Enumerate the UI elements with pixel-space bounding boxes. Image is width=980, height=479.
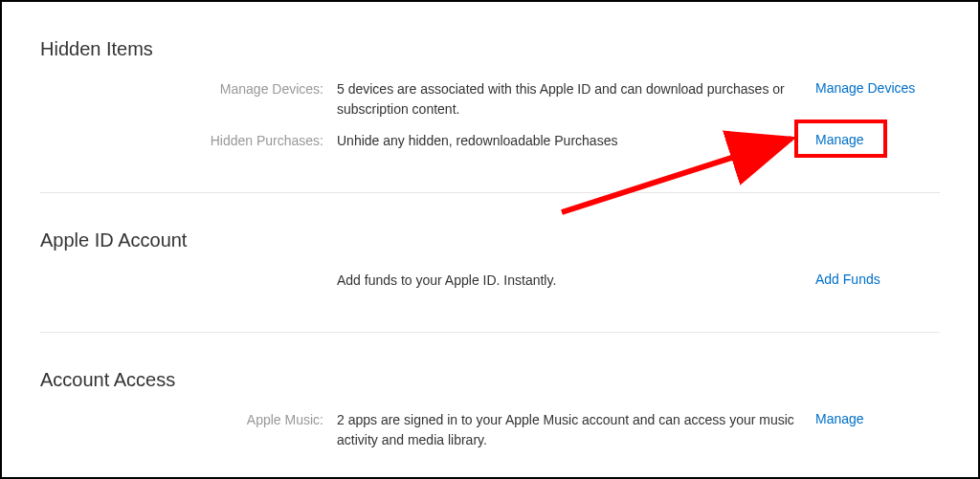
section-apple-id-account: Apple ID Account Add funds to your Apple…: [40, 192, 940, 332]
section-hidden-items: Hidden Items Manage Devices: 5 devices a…: [40, 2, 940, 192]
row-hidden-purchases: Hidden Purchases: Unhide any hidden, red…: [40, 131, 940, 154]
manage-apple-music-link[interactable]: Manage: [815, 411, 864, 426]
value-hidden-purchases: Unhide any hidden, redownloadable Purcha…: [337, 131, 815, 151]
row-add-funds: Add funds to your Apple ID. Instantly. A…: [40, 271, 940, 294]
row-manage-devices: Manage Devices: 5 devices are associated…: [40, 79, 940, 120]
label-apple-music: Apple Music:: [40, 410, 337, 430]
label-hidden-purchases: Hidden Purchases:: [40, 131, 337, 151]
value-apple-music: 2 apps are signed in to your Apple Music…: [337, 410, 815, 450]
heading-apple-id-account: Apple ID Account: [40, 229, 940, 251]
heading-account-access: Account Access: [40, 369, 940, 391]
value-add-funds: Add funds to your Apple ID. Instantly.: [337, 271, 815, 291]
section-account-access: Account Access Apple Music: 2 apps are s…: [40, 332, 940, 479]
heading-hidden-items: Hidden Items: [40, 38, 940, 60]
label-manage-devices: Manage Devices:: [40, 79, 337, 99]
value-manage-devices: 5 devices are associated with this Apple…: [337, 79, 815, 120]
manage-devices-link[interactable]: Manage Devices: [815, 80, 915, 96]
manage-hidden-purchases-link[interactable]: Manage: [815, 132, 864, 147]
add-funds-link[interactable]: Add Funds: [815, 272, 880, 287]
row-apple-music: Apple Music: 2 apps are signed in to you…: [40, 410, 940, 450]
